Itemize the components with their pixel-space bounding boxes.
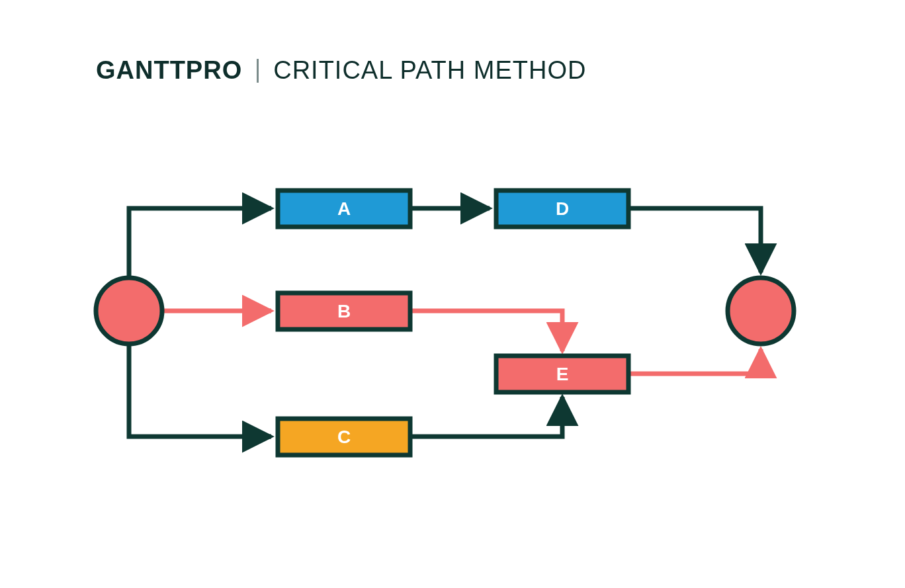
node-D-label: D [556, 198, 569, 219]
node-E-label: E [556, 364, 569, 384]
end-node [728, 278, 794, 344]
edge-E-end [628, 349, 761, 374]
edge-C-E [410, 397, 562, 437]
edge-B-E [410, 311, 562, 351]
node-A-label: A [337, 198, 351, 219]
start-node [96, 278, 162, 344]
node-C-label: C [337, 427, 351, 447]
edge-D-end [628, 208, 761, 273]
node-B-label: B [337, 301, 351, 321]
diagram-canvas: GANTTPRO CRITICAL PATH METHOD [0, 0, 905, 588]
flow-diagram: A B C D E [0, 0, 905, 588]
